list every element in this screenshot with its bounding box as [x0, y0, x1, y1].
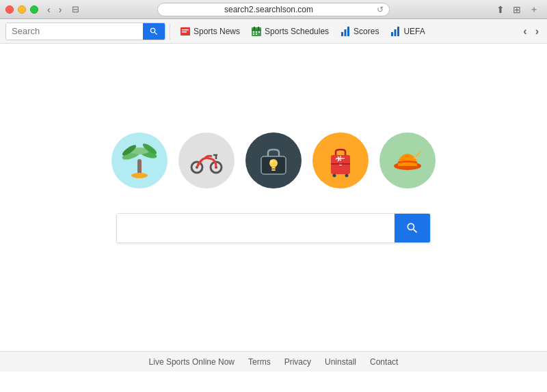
title-bar: ‹ › ⊟ search2.searchlson.com ↺ ⬆ ⊞ ＋ [0, 0, 547, 19]
footer-contact[interactable]: Contact [370, 357, 398, 367]
svg-rect-13 [345, 29, 347, 36]
svg-rect-5 [254, 27, 255, 29]
svg-rect-2 [182, 31, 187, 33]
svg-rect-6 [258, 27, 259, 29]
bag-svg [253, 140, 294, 181]
forward-button[interactable]: › [55, 3, 66, 16]
toolbar-uefa[interactable]: UEFA [384, 23, 430, 40]
svg-point-19 [131, 173, 148, 178]
toolbar-search-input[interactable] [6, 23, 143, 40]
travel-hat-svg [387, 140, 428, 181]
toolbar-prev-button[interactable]: ‹ [520, 24, 529, 39]
uefa-icon [390, 26, 401, 37]
toolbar-scores[interactable]: Scores [334, 23, 384, 40]
svg-point-41 [345, 174, 349, 178]
toolbar-divider-1 [170, 23, 170, 40]
center-search-icon [405, 221, 419, 235]
footer-uninstall[interactable]: Uninstall [325, 357, 356, 367]
nav-buttons: ‹ › [44, 3, 65, 16]
scores-label: Scores [353, 27, 379, 36]
main-content: ✈ [0, 44, 547, 372]
toolbar-sports-schedules[interactable]: Sports Schedules [245, 23, 334, 40]
palm-tree-icon-circle[interactable] [111, 132, 168, 188]
svg-rect-12 [341, 32, 343, 36]
news-icon-svg [180, 26, 191, 37]
sports-news-icon [180, 26, 191, 37]
maximize-button[interactable] [30, 5, 38, 14]
toolbar-search-box[interactable] [5, 23, 165, 40]
reload-button[interactable]: ↺ [377, 5, 384, 14]
page-container: Live Sports Online Now by SaferBrowser [0, 44, 547, 372]
toolbar: Sports News Sports Schedules [0, 19, 547, 44]
scooter-icon-circle[interactable] [178, 132, 235, 188]
uefa-icon-svg [390, 26, 401, 37]
svg-rect-16 [395, 29, 397, 36]
sports-schedules-label: Sports Schedules [265, 27, 329, 36]
footer-terms[interactable]: Terms [248, 357, 271, 367]
window-controls-right: ⬆ ⊞ ＋ [494, 2, 542, 17]
sports-schedules-icon [251, 26, 262, 37]
svg-rect-8 [256, 31, 257, 33]
center-search-input[interactable] [117, 214, 395, 242]
svg-rect-14 [347, 27, 349, 36]
sports-news-label: Sports News [194, 27, 240, 36]
svg-rect-15 [391, 32, 393, 36]
new-tab-button[interactable]: ⊞ [510, 3, 524, 16]
svg-rect-10 [253, 33, 254, 35]
traffic-lights [5, 5, 38, 14]
address-bar[interactable]: search2.searchlson.com ↺ [157, 3, 390, 16]
svg-rect-35 [271, 169, 276, 171]
close-button[interactable] [5, 5, 14, 14]
svg-point-40 [333, 174, 336, 178]
minimize-button[interactable] [18, 5, 26, 14]
uefa-label: UEFA [403, 27, 425, 36]
footer: Live Sports Online Now Terms Privacy Uni… [0, 351, 547, 372]
svg-rect-11 [256, 33, 257, 35]
footer-privacy[interactable]: Privacy [284, 357, 311, 367]
toolbar-next-button[interactable]: › [533, 24, 542, 39]
toolbar-sports-news[interactable]: Sports News [174, 23, 245, 40]
svg-rect-1 [182, 29, 189, 31]
back-button[interactable]: ‹ [44, 3, 54, 16]
luggage-svg: ✈ [320, 140, 361, 181]
toolbar-right: ‹ › [520, 24, 542, 39]
svg-rect-9 [258, 31, 260, 33]
search-icon [149, 27, 159, 36]
add-button[interactable]: ＋ [526, 2, 542, 17]
svg-rect-17 [397, 27, 399, 36]
svg-rect-4 [252, 29, 261, 31]
scooter-svg [186, 140, 227, 181]
travel-hat-icon-circle[interactable] [379, 132, 436, 188]
scores-icon [340, 26, 351, 37]
luggage-icon-circle[interactable]: ✈ [312, 132, 369, 188]
share-button[interactable]: ⬆ [494, 3, 507, 16]
calendar-icon-svg [251, 26, 262, 37]
svg-point-36 [270, 160, 273, 163]
footer-live-sports[interactable]: Live Sports Online Now [149, 357, 235, 367]
url-display: search2.searchlson.com [163, 5, 374, 14]
bag-icon-circle[interactable] [245, 132, 302, 188]
svg-rect-7 [253, 31, 254, 33]
palm-tree-svg [119, 140, 160, 181]
svg-rect-18 [137, 159, 142, 174]
tab-overview-button[interactable]: ⊟ [68, 3, 83, 16]
scores-icon-svg [340, 26, 351, 37]
toolbar-search-button[interactable] [143, 23, 165, 40]
svg-rect-34 [271, 167, 276, 169]
icons-row: ✈ [111, 132, 436, 188]
center-search-button[interactable] [395, 214, 430, 242]
svg-text:✈: ✈ [335, 154, 342, 164]
center-search-bar[interactable] [116, 213, 431, 243]
